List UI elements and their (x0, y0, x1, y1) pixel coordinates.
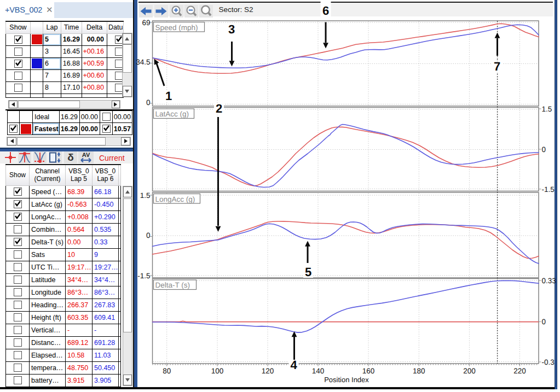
svg-text:AV: AV (82, 152, 90, 159)
svg-text:1: 1 (165, 89, 172, 103)
svg-text:0: 0 (146, 231, 151, 239)
svg-text:7: 7 (494, 60, 500, 73)
svg-text:Position Index: Position Index (324, 376, 369, 384)
svg-text:140: 140 (312, 367, 325, 375)
svg-text:69: 69 (142, 19, 150, 27)
svg-text:0: 0 (146, 98, 151, 107)
svg-text:180: 180 (413, 367, 425, 375)
svg-text:34.5: 34.5 (136, 58, 150, 66)
svg-text:4: 4 (290, 358, 297, 372)
svg-text:-1.5: -1.5 (542, 185, 555, 194)
svg-text:LongAcc (g): LongAcc (g) (155, 195, 195, 203)
svg-text:80: 80 (163, 367, 171, 375)
svg-text:-0.3: -0.3 (542, 358, 555, 366)
svg-text:0: 0 (542, 318, 546, 326)
svg-text:5: 5 (305, 265, 311, 279)
svg-text:200: 200 (463, 367, 476, 375)
svg-text:Speed (mph): Speed (mph) (155, 24, 198, 32)
svg-text:100: 100 (211, 367, 224, 375)
svg-text:2: 2 (216, 102, 222, 115)
svg-text:LatAcc (g): LatAcc (g) (155, 110, 189, 118)
svg-text:120: 120 (262, 367, 274, 375)
svg-text:1.5: 1.5 (140, 191, 151, 200)
svg-text:3: 3 (228, 22, 235, 36)
svg-text:-1.5: -1.5 (137, 272, 150, 280)
svg-text:160: 160 (362, 367, 375, 375)
svg-text:220: 220 (513, 367, 526, 375)
svg-text:Delta-T (s): Delta-T (s) (155, 281, 190, 289)
svg-text:1.5: 1.5 (542, 105, 552, 113)
svg-text:0: 0 (542, 145, 546, 154)
